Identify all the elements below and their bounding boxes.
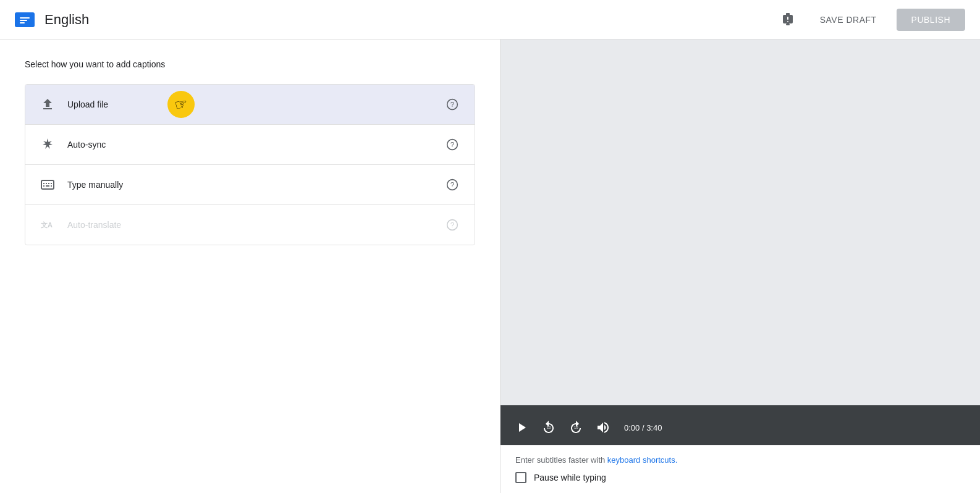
left-panel: Select how you want to add captions Uplo…: [0, 40, 501, 493]
pause-while-typing-checkbox[interactable]: [515, 472, 526, 483]
svg-rect-20: [46, 185, 49, 187]
notification-icon[interactable]: [775, 7, 800, 32]
video-area: [501, 40, 980, 405]
keyboard-icon: [38, 175, 57, 195]
options-list: Upload file ☞ ?: [25, 84, 475, 245]
svg-rect-15: [43, 183, 44, 184]
svg-rect-16: [46, 183, 47, 184]
pause-while-typing-label: Pause while typing: [534, 473, 606, 482]
volume-button[interactable]: [592, 416, 614, 439]
hint-text: Enter subtitles faster with: [515, 455, 607, 465]
auto-translate-label: Auto-translate: [67, 220, 442, 230]
header-right: SAVE DRAFT PUBLISH: [775, 7, 965, 32]
auto-sync-icon: [38, 135, 57, 154]
svg-rect-2: [20, 20, 27, 21]
option-type-manually[interactable]: Type manually ?: [25, 165, 475, 205]
header-left: English: [15, 12, 89, 28]
svg-rect-18: [51, 183, 52, 184]
svg-rect-8: [787, 21, 788, 22]
section-title: Select how you want to add captions: [25, 59, 475, 69]
video-progress-bar[interactable]: [501, 405, 980, 410]
time-display: 0:00 / 3:40: [624, 423, 662, 432]
option-upload-file[interactable]: Upload file ☞ ?: [25, 85, 475, 125]
right-panel: 10 10 0:00 / 3:40 Enter subtitles faster: [501, 40, 980, 493]
publish-button[interactable]: PUBLISH: [897, 9, 965, 31]
app-header: English SAVE DRAFT PUBLISH: [0, 0, 980, 40]
svg-text:文A: 文A: [41, 221, 53, 229]
auto-sync-help-icon[interactable]: ?: [442, 135, 462, 154]
svg-text:?: ?: [450, 100, 455, 108]
svg-text:?: ?: [450, 180, 455, 188]
svg-text:10: 10: [574, 426, 578, 429]
app-logo: [15, 12, 35, 27]
page-title: English: [44, 12, 89, 28]
auto-sync-label: Auto-sync: [67, 140, 442, 150]
type-manually-label: Type manually: [67, 180, 442, 190]
svg-marker-11: [43, 138, 53, 149]
auto-translate-help-icon: ?: [442, 215, 462, 235]
translate-icon: 文A: [38, 215, 57, 235]
upload-file-label: Upload file: [67, 99, 442, 109]
svg-text:?: ?: [450, 221, 455, 229]
upload-file-help-icon[interactable]: ?: [442, 95, 462, 114]
subtitle-hint: Enter subtitles faster with keyboard sho…: [515, 455, 965, 465]
svg-rect-19: [43, 185, 44, 187]
type-manually-help-icon[interactable]: ?: [442, 175, 462, 195]
video-controls: 10 10 0:00 / 3:40: [501, 410, 980, 445]
main-content: Select how you want to add captions Uplo…: [0, 40, 980, 493]
play-button[interactable]: [510, 416, 533, 439]
option-auto-translate: 文A Auto-translate ?: [25, 205, 475, 245]
save-draft-button[interactable]: SAVE DRAFT: [810, 10, 887, 30]
subtitle-section: Enter subtitles faster with keyboard sho…: [501, 445, 980, 493]
svg-rect-1: [20, 17, 30, 19]
svg-rect-14: [41, 180, 54, 189]
svg-rect-6: [786, 23, 790, 25]
pause-typing-row: Pause while typing: [515, 472, 965, 483]
keyboard-shortcuts-link[interactable]: keyboard shortcuts.: [607, 455, 677, 465]
rewind-button[interactable]: 10: [538, 416, 560, 439]
svg-text:10: 10: [547, 426, 551, 429]
svg-rect-3: [20, 22, 25, 23]
svg-text:?: ?: [450, 140, 455, 148]
upload-icon: [38, 95, 57, 114]
svg-rect-17: [48, 183, 49, 184]
option-auto-sync[interactable]: Auto-sync ?: [25, 125, 475, 165]
forward-button[interactable]: 10: [565, 416, 587, 439]
svg-rect-7: [787, 17, 788, 20]
svg-rect-21: [51, 185, 52, 187]
